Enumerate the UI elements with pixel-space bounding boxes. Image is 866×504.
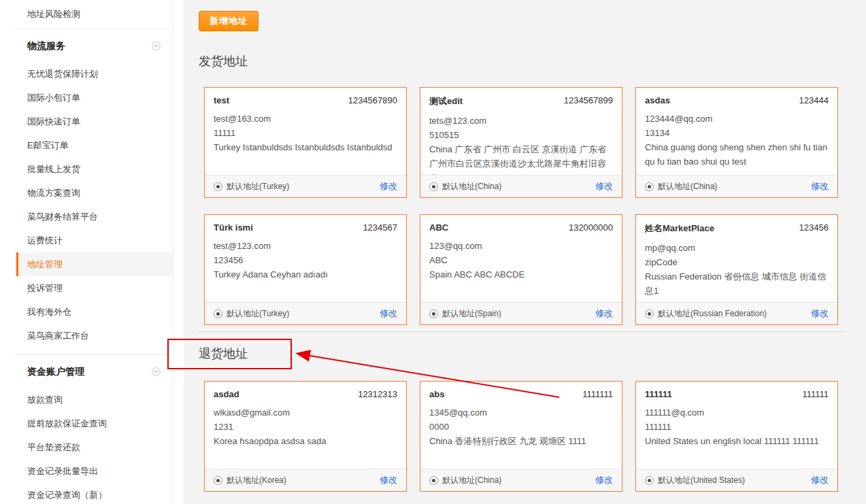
default-address-label: 默认地址(Turkey) [227, 308, 289, 320]
collapse-icon[interactable]: − [152, 367, 161, 376]
modify-link[interactable]: 修改 [380, 474, 397, 486]
sidebar-item-intl-small-parcel[interactable]: 国际小包订单 [15, 86, 173, 110]
shipping-address-grid: test 1234567890 test@163.com 11111 Turke… [204, 87, 838, 325]
sidebar-item-cainiao-finance[interactable]: 菜鸟财务结算平台 [15, 205, 173, 229]
default-address-radio[interactable] [429, 309, 438, 318]
default-address-radio[interactable] [429, 476, 438, 485]
address-card-footer: 默认地址(China) 修改 [420, 175, 622, 197]
address-card-footer: 默认地址(China) 修改 [420, 469, 622, 491]
sidebar-item-intl-express[interactable]: 国际快递订单 [15, 110, 173, 133]
default-address-radio[interactable] [429, 182, 438, 191]
address-card-body: test@163.com 11111 Turkey Istanbuldsds I… [205, 112, 406, 175]
sidebar-item-batch-shipping[interactable]: 批量线上发货 [15, 157, 173, 181]
address-zip: 510515 [429, 128, 613, 142]
address-phone: 132000000 [569, 222, 613, 233]
sidebar-item-overseas-warehouse[interactable]: 我有海外仓 [15, 300, 173, 324]
address-zip: 13134 [645, 126, 829, 140]
sidebar-item-address-risk-check[interactable]: 地址风险检测 [15, 0, 173, 29]
address-card-footer: 默认地址(Turkey) 修改 [205, 302, 406, 324]
sidebar-item-loan-query[interactable]: 放款查询 [15, 388, 173, 411]
radio-dot [648, 312, 651, 316]
modify-link[interactable]: 修改 [380, 180, 397, 192]
address-card-body: 111111@q.com 111111 United States un eng… [636, 405, 837, 469]
address-card-body: wlkasd@gmail.com 1231 Korea hsaopdpa asd… [205, 405, 406, 469]
address-email: wlkasd@gmail.com [214, 405, 397, 420]
address-zip: 1231 [214, 420, 397, 434]
address-email: 123444@qq.com [645, 112, 829, 126]
address-text: China 广东省 广州市 白云区 京溪街道 广东省广州市白云区京溪街道沙太北路… [429, 142, 613, 175]
default-address-label: 默认地址(United States) [658, 475, 745, 486]
address-zip: 123456 [214, 253, 397, 267]
radio-dot [432, 312, 435, 316]
address-text: Korea hsaopdpa asdsa sada [214, 434, 397, 448]
address-card-header: test 1234567890 [205, 88, 406, 112]
address-phone: 111111 [802, 389, 829, 399]
return-address-title: 退货地址 [199, 346, 248, 362]
default-address-radio[interactable] [645, 309, 654, 318]
address-card-body: test@123.com 123456 Turkey Adana Ceyhan … [205, 239, 406, 302]
address-card-footer: 默认地址(China) 修改 [636, 175, 837, 197]
sidebar-item-freight-stats[interactable]: 运费统计 [15, 229, 173, 252]
address-name: asdas [645, 95, 670, 105]
sidebar-item-address-management[interactable]: 地址管理 [15, 252, 173, 276]
collapse-icon[interactable]: − [152, 41, 161, 50]
address-text: China guang dong sheng shen zhen shi fu … [645, 140, 829, 169]
address-card-header: asdas 123444 [636, 88, 837, 112]
sidebar-section-logistics-title: 物流服务 [27, 40, 65, 51]
address-zip: ABC [429, 253, 613, 267]
radio-dot [648, 479, 651, 482]
modify-link[interactable]: 修改 [811, 180, 829, 192]
radio-dot [648, 185, 651, 188]
modify-link[interactable]: 修改 [811, 307, 829, 320]
sidebar-item-platform-repayment[interactable]: 平台垫资还款 [15, 435, 173, 459]
modify-link[interactable]: 修改 [595, 180, 613, 192]
address-name: 姓名MarketPlace [645, 222, 714, 235]
address-card-header: 111111 111111 [636, 382, 837, 405]
address-zip: 111111 [645, 420, 829, 434]
address-email: 1345@qq.com [429, 405, 613, 420]
sidebar-item-epacket[interactable]: E邮宝订单 [15, 133, 173, 157]
address-text: United States un english local 111111 11… [645, 434, 829, 448]
radio-dot [432, 185, 435, 188]
sidebar-item-complaint-management[interactable]: 投诉管理 [15, 276, 173, 300]
address-zip: 11111 [214, 126, 397, 140]
add-address-button[interactable]: 新增地址 [199, 11, 259, 31]
address-card: asdas 123444 123444@qq.com 13134 China g… [635, 87, 838, 198]
sidebar-section-logistics[interactable]: 物流服务 − [15, 29, 173, 62]
address-card: abs 1111111 1345@qq.com 0000 China 香港特别行… [420, 381, 622, 492]
default-address-radio[interactable] [645, 182, 654, 191]
default-address-radio[interactable] [214, 182, 222, 191]
default-address-label: 默认地址(China) [442, 181, 501, 192]
address-text: China 香港特别行政区 九龙 观塘区 1111 [429, 434, 613, 448]
address-zip: 0000 [429, 420, 613, 434]
sidebar-item-cainiao-workbench[interactable]: 菜鸟商家工作台 [15, 324, 173, 348]
address-card-header: ABC 132000000 [420, 215, 622, 239]
modify-link[interactable]: 修改 [380, 307, 397, 320]
section-divider [199, 331, 844, 332]
address-phone: 123444 [799, 95, 829, 105]
sidebar: 地址风险检测 物流服务 − 无忧退货保障计划 国际小包订单 国际快递订单 E邮宝… [0, 0, 173, 504]
address-card-body: 1345@qq.com 0000 China 香港特别行政区 九龙 观塘区 11… [420, 405, 622, 469]
default-address-radio[interactable] [214, 476, 222, 485]
sidebar-item-funds-batch-export[interactable]: 资金记录批量导出 [15, 459, 173, 483]
address-card: ABC 132000000 123@qq.com ABC Spain ABC A… [420, 214, 622, 325]
default-address-radio[interactable] [214, 309, 222, 318]
address-name: 111111 [645, 389, 672, 399]
sidebar-item-worry-free-return[interactable]: 无忧退货保障计划 [15, 62, 173, 86]
address-email: test@163.com [214, 112, 397, 126]
address-card-footer: 默认地址(Russian Federation) 修改 [636, 302, 837, 324]
address-card-footer: 默认地址(Spain) 修改 [420, 302, 622, 324]
address-card-footer: 默认地址(Turkey) 修改 [205, 175, 406, 197]
modify-link[interactable]: 修改 [595, 307, 613, 320]
sidebar-item-logistics-plan[interactable]: 物流方案查询 [15, 181, 173, 205]
default-address-radio[interactable] [645, 476, 654, 485]
sidebar-section-funds-title: 资金账户管理 [27, 366, 84, 377]
modify-link[interactable]: 修改 [811, 474, 829, 486]
sidebar-item-funds-record-query-new[interactable]: 资金记录查询（新） [15, 483, 173, 504]
sidebar-section-funds[interactable]: 资金账户管理 − [15, 355, 173, 388]
sidebar-item-advance-deposit-query[interactable]: 提前放款保证金查询 [15, 411, 173, 435]
default-address-label: 默认地址(China) [658, 181, 717, 192]
return-address-grid: asdad 12312313 wlkasd@gmail.com 1231 Kor… [204, 381, 838, 492]
main-content: 新增地址 发货地址 test 1234567890 test@163.com 1… [184, 0, 866, 504]
modify-link[interactable]: 修改 [595, 474, 613, 486]
